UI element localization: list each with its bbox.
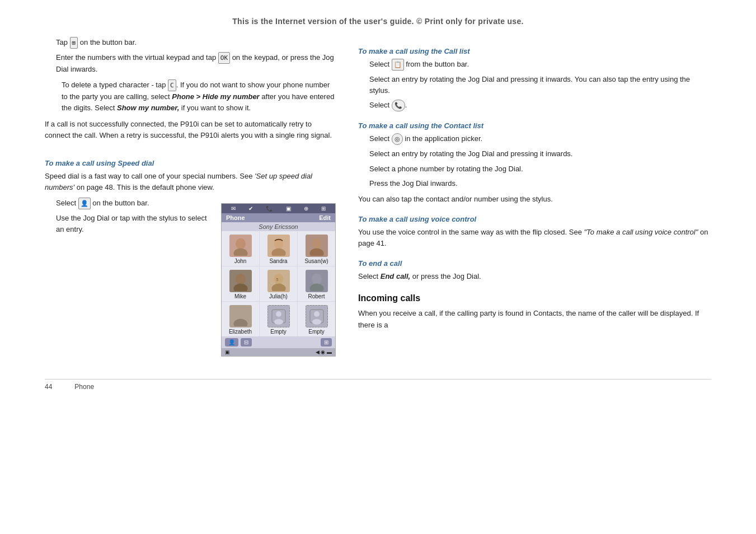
end-call-para: Select End call, or press the Jog Dial. (358, 271, 711, 282)
phone-contacts-grid: John Sandra (222, 231, 335, 336)
contact-elizabeth[interactable]: Elizabeth (222, 302, 259, 336)
page-wrapper: This is the Internet version of the user… (0, 0, 756, 413)
contact-susan[interactable]: Susan(w) (298, 231, 335, 266)
contact-list-step-3: Select a phone number by rotating the Jo… (358, 163, 711, 175)
contact-empty-1[interactable]: Empty (260, 302, 297, 336)
content-columns: Tap ⊞ on the button bar. Enter the numbe… (45, 37, 711, 362)
phone-status-bar: ▣ ◀ ◉ ▬ (222, 348, 335, 356)
call-icon: 📞 (392, 100, 405, 111)
contact-photo-julia: 5 (267, 270, 290, 292)
face-robert-svg (307, 271, 327, 291)
contact-robert[interactable]: Robert (298, 266, 335, 301)
left-column: Tap ⊞ on the button bar. Enter the numbe… (45, 37, 336, 362)
face-elizabeth-svg (231, 306, 251, 326)
call-list-step-1: Select 📋 from the button bar. (358, 59, 711, 71)
speed-dial-block: To make a call using Speed dial Speed di… (45, 149, 336, 362)
keypad-icon: ⊞ (70, 37, 78, 49)
contact-robert-name: Robert (308, 293, 325, 299)
svg-point-20 (312, 319, 321, 325)
watermark: This is the Internet version of the user… (45, 17, 711, 26)
app-picker-icon: ◎ (392, 133, 403, 145)
call-list-icon: 📋 (392, 59, 404, 71)
retry-paragraph: If a call is not successfully connected,… (45, 119, 336, 141)
hide-number-label: Phone > Hide my number (172, 92, 259, 101)
end-call-heading: To end a call (358, 259, 711, 268)
contact-list-heading: To make a call using the Contact list (358, 121, 711, 130)
indented-para: To delete a typed character - tap C. If … (62, 79, 336, 114)
svg-point-14 (233, 319, 247, 327)
svg-point-0 (236, 238, 246, 250)
speed-step-1-text: Select 👤 on the button bar. (56, 199, 149, 207)
status-icon-left: ▣ (225, 349, 230, 355)
speed-dial-heading: To make a call using Speed dial (45, 159, 336, 167)
svg-point-7 (233, 284, 247, 292)
voice-control-para: You use the voice control in the same wa… (358, 227, 711, 249)
contact-john[interactable]: John (222, 231, 259, 266)
phone-grid-btn[interactable]: ⊞ (321, 338, 332, 346)
svg-point-16 (276, 311, 281, 317)
contact-julia[interactable]: 5 Julia(h) (260, 266, 297, 301)
speed-dial-para: Speed dial is a fast way to call one of … (45, 171, 336, 193)
show-number-label: Show my number, (117, 104, 179, 112)
incoming-calls-heading: Incoming calls (358, 293, 711, 303)
face-susan-svg (307, 236, 327, 256)
face-julia-svg: 5 (269, 271, 289, 291)
end-call-section: To end a call Select End call, or press … (358, 259, 711, 282)
contact-mike[interactable]: Mike (222, 266, 259, 301)
empty-slot-1 (267, 305, 290, 327)
speed-step-2-text: Use the Jog Dial or tap with the stylus … (56, 214, 207, 233)
contact-photo-mike (229, 270, 252, 292)
svg-point-13 (236, 309, 245, 320)
end-call-label: End call, (381, 272, 410, 280)
contact-list-step-2: Select an entry by rotating the Jog Dial… (358, 148, 711, 160)
phone-contacts-btn[interactable]: 👤 (225, 338, 238, 346)
incoming-calls-para: When you receive a call, if the calling … (358, 308, 711, 330)
svg-point-19 (314, 311, 320, 317)
contact-list-step-1: Select ◎ in the application picker. (358, 133, 711, 145)
contact-list-section: To make a call using the Contact list Se… (358, 121, 711, 205)
step-2-text: Tap ⊞ on the button bar. (56, 38, 137, 46)
contact-photo-susan (306, 235, 328, 257)
contact-sandra-name: Sandra (269, 258, 287, 264)
phone-bottom-bar: 👤 ⊟ ⊞ (222, 336, 335, 348)
contact-empty-2[interactable]: Empty (298, 302, 335, 336)
call-list-steps: Select 📋 from the button bar. Select an … (358, 59, 711, 111)
intro-steps: Tap ⊞ on the button bar. Enter the numbe… (45, 37, 336, 75)
contact-photo-sandra (267, 235, 290, 257)
empty-slot-2-svg (307, 306, 327, 326)
contact-list-note: You can also tap the contact and/or numb… (358, 194, 711, 205)
speed-dial-steps: Select 👤 on the button bar. Use the Jog … (45, 198, 336, 235)
speed-dial-step-2: Use the Jog Dial or tap with the stylus … (45, 213, 336, 235)
empty-2-label: Empty (308, 329, 324, 335)
contact-list-step-4: Press the Jog Dial inwards. (358, 178, 711, 189)
call-list-section: To make a call using the Call list Selec… (358, 47, 711, 111)
contact-sandra[interactable]: Sandra (260, 231, 297, 266)
status-icon-center: ◀ ◉ ▬ (316, 349, 332, 355)
contacts-icon: 👤 (78, 198, 91, 209)
empty-slot-2 (306, 305, 328, 327)
empty-slot-1-svg (269, 306, 289, 326)
indented-block: To delete a typed character - tap C. If … (62, 79, 336, 114)
right-column: To make a call using the Call list Selec… (358, 37, 711, 362)
svg-point-6 (236, 274, 246, 285)
page-number: 44 (45, 383, 52, 391)
contact-photo-robert (306, 270, 328, 292)
svg-point-3 (271, 249, 285, 256)
ok-icon: OK (218, 52, 230, 64)
step-3-text: Enter the numbers with the virtual keypa… (56, 53, 334, 73)
voice-control-heading: To make a call using voice control (358, 215, 711, 223)
svg-text:5: 5 (276, 277, 278, 282)
call-list-step-3: Select 📞. (358, 100, 711, 111)
call-list-heading: To make a call using the Call list (358, 47, 711, 55)
contact-elizabeth-name: Elizabeth (229, 329, 252, 335)
page-footer: 44 Phone (45, 379, 711, 391)
svg-point-1 (233, 249, 247, 256)
contact-photo-elizabeth (229, 305, 252, 327)
face-mike-svg (231, 271, 251, 291)
contact-john-name: John (234, 258, 247, 264)
speed-dial-ref: 'Set up speed dial numbers' (45, 172, 312, 191)
phone-back-btn[interactable]: ⊟ (241, 338, 252, 346)
speed-dial-step-1: Select 👤 on the button bar. (45, 198, 336, 209)
footer-section: Phone (74, 383, 94, 391)
step-2: Tap ⊞ on the button bar. (45, 37, 336, 49)
